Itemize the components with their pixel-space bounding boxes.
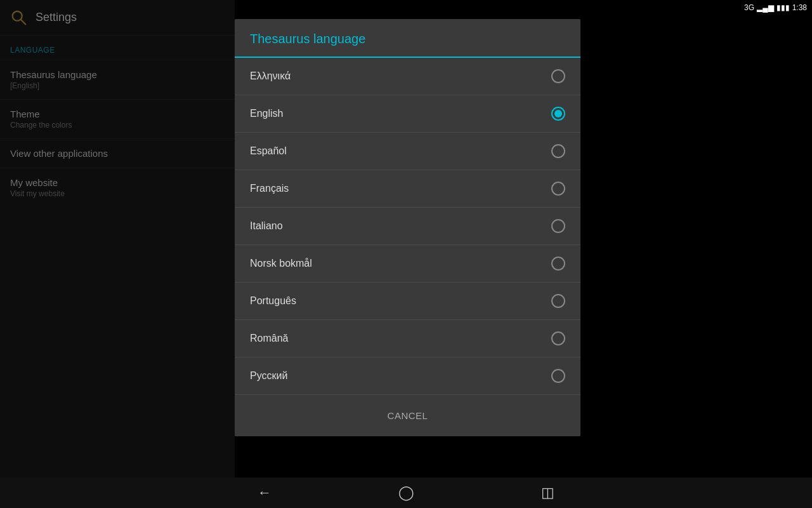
back-button[interactable]: ← [258, 485, 272, 501]
list-item[interactable]: Русский [235, 358, 580, 395]
language-label: Русский [250, 370, 287, 382]
radio-button[interactable] [551, 69, 565, 83]
home-button[interactable]: ◯ [398, 485, 414, 501]
list-item[interactable]: Español [235, 133, 580, 170]
battery-icon: ▮▮▮ [776, 3, 790, 12]
radio-button[interactable] [551, 257, 565, 271]
list-item[interactable]: Italiano [235, 208, 580, 245]
time-display: 1:38 [792, 3, 807, 12]
language-label: Ελληνικά [250, 70, 291, 82]
language-list: Ελληνικά English Español Français Italia… [235, 58, 580, 395]
dialog-footer: Cancel [235, 395, 580, 436]
network-indicator: 3G [744, 3, 754, 12]
radio-button[interactable] [551, 294, 565, 308]
language-label: English [250, 108, 283, 119]
recents-button[interactable]: ◫ [541, 485, 554, 501]
list-item[interactable]: Norsk bokmål [235, 245, 580, 283]
dialog-title: Thesaurus language [235, 19, 580, 58]
signal-icon: ▂▄▆ [757, 3, 774, 12]
radio-button[interactable] [551, 219, 565, 233]
list-item[interactable]: Français [235, 170, 580, 208]
radio-button-selected[interactable] [551, 107, 565, 121]
language-label: Français [250, 183, 289, 194]
list-item[interactable]: Ελληνικά [235, 58, 580, 95]
list-item[interactable]: Română [235, 320, 580, 358]
list-item[interactable]: English [235, 95, 580, 133]
language-label: Italiano [250, 220, 283, 232]
radio-button[interactable] [551, 331, 565, 345]
cancel-button[interactable]: Cancel [372, 405, 443, 426]
language-label: Norsk bokmål [250, 258, 312, 269]
bottom-navigation: ← ◯ ◫ [0, 478, 812, 508]
radio-inner [554, 110, 562, 117]
radio-button[interactable] [551, 144, 565, 158]
radio-button[interactable] [551, 369, 565, 383]
language-label: Español [250, 145, 287, 157]
list-item[interactable]: Português [235, 283, 580, 320]
language-label: Română [250, 333, 288, 344]
thesaurus-language-dialog: Thesaurus language Ελληνικά English Espa… [235, 19, 580, 436]
radio-button[interactable] [551, 182, 565, 196]
status-bar: 3G ▂▄▆ ▮▮▮ 1:38 [744, 0, 812, 15]
language-label: Português [250, 295, 296, 307]
